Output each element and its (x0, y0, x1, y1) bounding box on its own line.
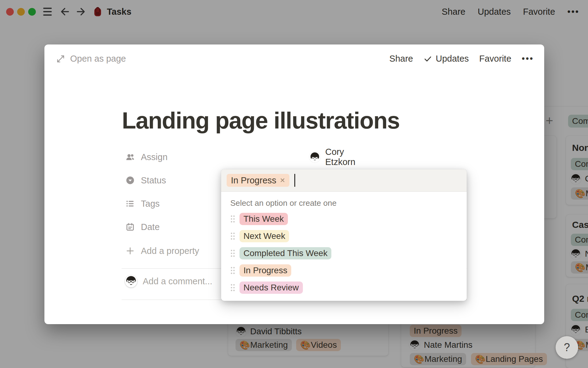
status-option-in-progress[interactable]: In Progress (221, 262, 467, 279)
drag-handle-icon[interactable] (230, 249, 235, 257)
notion-window: Tasks Share Updates Favorite ••• + Com N… (0, 0, 588, 368)
status-option-chip: In Progress (239, 264, 291, 277)
property-row-tags[interactable]: Tags (126, 192, 217, 215)
plus-icon (126, 246, 135, 255)
modal-more-icon[interactable]: ••• (522, 54, 534, 64)
drag-handle-icon[interactable] (230, 284, 235, 292)
modal-share-button[interactable]: Share (389, 54, 413, 64)
status-option-chip: Needs Review (239, 282, 303, 294)
remove-status-icon[interactable]: × (280, 175, 285, 185)
open-as-page-button[interactable]: Open as page (56, 54, 126, 64)
calendar-icon (126, 222, 135, 232)
modal-favorite-button[interactable]: Favorite (479, 54, 511, 64)
drag-handle-icon[interactable] (230, 215, 235, 223)
add-property-label: Add a property (141, 246, 199, 256)
modal-updates-label: Updates (436, 54, 469, 64)
property-name: Tags (141, 199, 160, 209)
avatar (309, 151, 320, 163)
selected-status-chip[interactable]: In Progress × (227, 174, 289, 187)
status-icon (126, 176, 135, 185)
modal-actions: Share Updates Favorite ••• (389, 54, 534, 64)
add-comment-input[interactable]: Add a comment... (125, 275, 212, 287)
status-option-chip: Completed This Week (239, 247, 331, 259)
status-option-needs-review[interactable]: Needs Review (221, 279, 467, 296)
help-button[interactable]: ? (556, 336, 578, 359)
people-icon (126, 152, 135, 162)
property-name: Assign (141, 152, 168, 162)
property-label-date[interactable]: Date (126, 222, 217, 232)
open-as-page-label: Open as page (70, 54, 126, 64)
property-row-date[interactable]: Date (126, 215, 217, 239)
status-option-this-week[interactable]: This Week (221, 210, 467, 228)
status-dropdown-input[interactable]: In Progress × (221, 169, 467, 192)
text-cursor (294, 174, 295, 187)
status-option-chip: This Week (239, 213, 288, 225)
list-icon (126, 199, 135, 208)
property-name: Date (141, 222, 160, 232)
drag-handle-icon[interactable] (230, 232, 235, 240)
avatar (125, 275, 137, 287)
property-row-status[interactable]: Status (126, 169, 217, 192)
property-label-status[interactable]: Status (126, 175, 217, 186)
status-dropdown: In Progress × Select an option or create… (221, 169, 467, 301)
status-option-completed-this-week[interactable]: Completed This Week (221, 245, 467, 262)
modal-updates-button[interactable]: Updates (424, 54, 469, 64)
property-label-assign[interactable]: Assign (126, 152, 217, 162)
add-property-button[interactable]: Add a property (126, 239, 217, 263)
property-name: Status (141, 175, 166, 186)
status-option-next-week[interactable]: Next Week (221, 228, 467, 245)
status-option-chip: Next Week (239, 230, 289, 242)
page-title[interactable]: Landing page illustrations (122, 107, 400, 134)
assignee-name: Cory Etzkorn (325, 147, 355, 167)
property-row-assign[interactable]: Assign Cory Etzkorn (126, 145, 217, 169)
add-comment-placeholder: Add a comment... (143, 276, 212, 286)
selected-status-label: In Progress (231, 175, 276, 186)
property-label-tags[interactable]: Tags (126, 199, 217, 209)
drag-handle-icon[interactable] (230, 266, 235, 274)
check-icon (424, 55, 432, 63)
property-value-assign[interactable]: Cory Etzkorn (309, 147, 355, 167)
expand-icon (56, 54, 65, 63)
dropdown-hint: Select an option or create one (230, 198, 467, 208)
